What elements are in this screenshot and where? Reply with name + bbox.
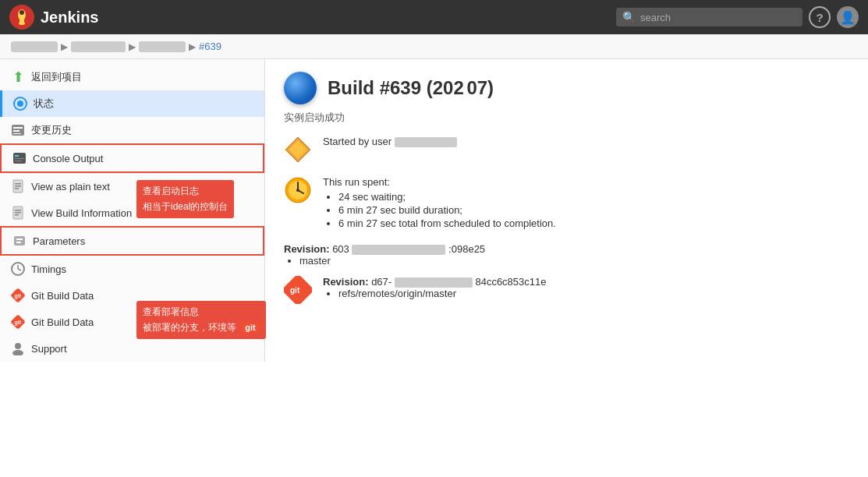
run-spent-label: This run spent: <box>323 176 849 188</box>
breadcrumb-project[interactable] <box>71 41 126 52</box>
main-layout: ⬆ 返回到项目 状态 变更历史 <box>0 59 868 472</box>
revision2-value: d67- <box>371 276 391 288</box>
sidebar-item-timings[interactable]: Timings <box>0 256 264 282</box>
header-right: 🔍 ? 👤 <box>616 6 859 28</box>
svg-marker-36 <box>289 140 307 159</box>
user-blurred <box>395 137 457 147</box>
svg-rect-22 <box>15 214 19 216</box>
revision1-label: Revision: <box>284 243 330 255</box>
started-by-section: Started by user <box>284 136 849 164</box>
help-button[interactable]: ? <box>809 6 831 28</box>
breadcrumb-sep2: ▶ <box>129 41 136 52</box>
sidebar-item-git-build-data-2[interactable]: git Git Build Data <box>0 309 264 335</box>
started-by-text: Started by user <box>323 136 849 147</box>
breadcrumb-dashboard[interactable] <box>11 41 58 52</box>
build-subtitle: 实例启动成功 <box>284 111 849 125</box>
sidebar-item-console-output[interactable]: Console Output <box>0 143 264 173</box>
svg-point-34 <box>12 350 23 355</box>
breadcrumb-sep1: ▶ <box>61 41 68 52</box>
revision1-text: Revision: 603 :098e25 <box>284 243 849 255</box>
search-icon: 🔍 <box>622 11 636 23</box>
sidebar-params-label: Parameters <box>33 235 85 247</box>
jenkins-title: Jenkins <box>41 9 98 26</box>
revision2-suffix: 84cc6c853c11e <box>475 276 546 288</box>
clock-icon <box>11 262 25 276</box>
build-title-text: Build #639 (202 <box>328 77 464 98</box>
breadcrumb: ▶ ▶ ▶ #639 <box>0 34 868 59</box>
run-spent-section: This run spent: 24 sec waiting; 6 min 27… <box>284 176 849 231</box>
arrow-up-icon: ⬆ <box>11 70 25 84</box>
started-prefix: Started by user <box>323 136 395 147</box>
sidebar-item-change-history[interactable]: 变更历史 <box>0 117 264 143</box>
revision1-value: 603 <box>332 243 349 255</box>
sidebar-item-status[interactable]: 状态 <box>0 90 264 117</box>
params-icon <box>12 234 27 248</box>
svg-point-41 <box>296 189 299 192</box>
started-icon <box>284 136 312 164</box>
revision2-text: Revision: d67- 84cc6c853c11e <box>323 276 547 288</box>
timing-item-1: 24 sec waiting; <box>338 191 849 203</box>
revision2-label: Revision: <box>323 276 369 288</box>
svg-rect-24 <box>16 238 23 240</box>
sidebar-item-back-to-project[interactable]: ⬆ 返回到项目 <box>0 64 264 90</box>
timing-item-2: 6 min 27 sec build duration; <box>338 204 849 216</box>
breadcrumb-sep3: ▶ <box>189 41 196 52</box>
breadcrumb-sub[interactable] <box>139 41 186 52</box>
svg-rect-10 <box>13 133 21 134</box>
revision2-branch: refs/remotes/origin/master <box>338 288 547 299</box>
run-spent-content: This run spent: 24 sec waiting; 6 min 27… <box>323 176 849 231</box>
breadcrumb-build[interactable]: #639 <box>199 41 221 52</box>
doc-plain-icon <box>11 179 25 193</box>
svg-rect-23 <box>14 236 25 246</box>
sidebar-item-git-build-data-1[interactable]: git Git Build Data <box>0 282 264 309</box>
sidebar-git1-label: Git Build Data <box>31 290 94 302</box>
svg-point-4 <box>19 22 25 25</box>
status-icon <box>13 97 27 111</box>
build-title: Build #639 (202 07) <box>328 77 494 99</box>
svg-text:git: git <box>290 286 300 295</box>
jenkins-logo <box>9 5 34 30</box>
revision1-section: Revision: 603 :098e25 master <box>284 243 849 267</box>
sidebar-wrapper: ⬆ 返回到项目 状态 变更历史 <box>0 59 265 472</box>
svg-point-2 <box>19 10 24 15</box>
user-icon[interactable]: 👤 <box>837 6 859 28</box>
revision2-branches: refs/remotes/origin/master <box>338 288 547 299</box>
sidebar-item-view-plain-text[interactable]: View as plain text <box>0 173 264 200</box>
sidebar-timings-label: Timings <box>31 263 66 275</box>
sidebar-support-label: Support <box>31 343 67 355</box>
build-title-suffix: 07) <box>466 77 494 98</box>
svg-text:git: git <box>15 320 22 326</box>
revision1-suffix: :098e25 <box>448 243 485 255</box>
revision2-blurred <box>395 277 473 288</box>
header: Jenkins 🔍 ? 👤 <box>0 0 868 34</box>
build-status-ball <box>284 72 317 104</box>
sidebar-console-label: Console Output <box>33 153 103 164</box>
revision2-content: Revision: d67- 84cc6c853c11e refs/remote… <box>323 276 547 299</box>
sidebar-item-support[interactable]: Support <box>0 335 264 362</box>
search-input[interactable] <box>640 12 796 23</box>
history-icon <box>11 123 25 137</box>
sidebar-history-label: 变更历史 <box>31 123 72 137</box>
sidebar-build-info-label: View Build Information <box>31 207 132 219</box>
sidebar-status-label: 状态 <box>34 97 54 111</box>
build-header: Build #639 (202 07) <box>284 72 849 104</box>
sidebar-item-parameters[interactable]: Parameters <box>0 226 264 256</box>
sidebar-plain-text-label: View as plain text <box>31 181 110 193</box>
revision1-branch: master <box>299 255 849 267</box>
sidebar-back-label: 返回到项目 <box>31 70 82 84</box>
revision1-branches: master <box>299 255 849 267</box>
search-box[interactable]: 🔍 <box>616 8 802 26</box>
git-icon-2: git <box>11 315 25 329</box>
svg-rect-12 <box>15 155 19 157</box>
revision2-section: git Revision: d67- 84cc6c853c11e refs/re… <box>284 276 849 304</box>
started-by-content: Started by user <box>323 136 849 150</box>
sidebar-git2-label: Git Build Data <box>31 316 94 328</box>
sidebar: ⬆ 返回到项目 状态 变更历史 <box>0 59 265 362</box>
svg-rect-20 <box>15 210 21 211</box>
svg-rect-9 <box>13 130 19 132</box>
svg-rect-14 <box>15 161 22 161</box>
support-icon <box>11 341 25 355</box>
svg-line-28 <box>18 269 21 270</box>
sidebar-item-view-build-info[interactable]: View Build Information <box>0 200 264 226</box>
svg-rect-17 <box>15 186 21 187</box>
